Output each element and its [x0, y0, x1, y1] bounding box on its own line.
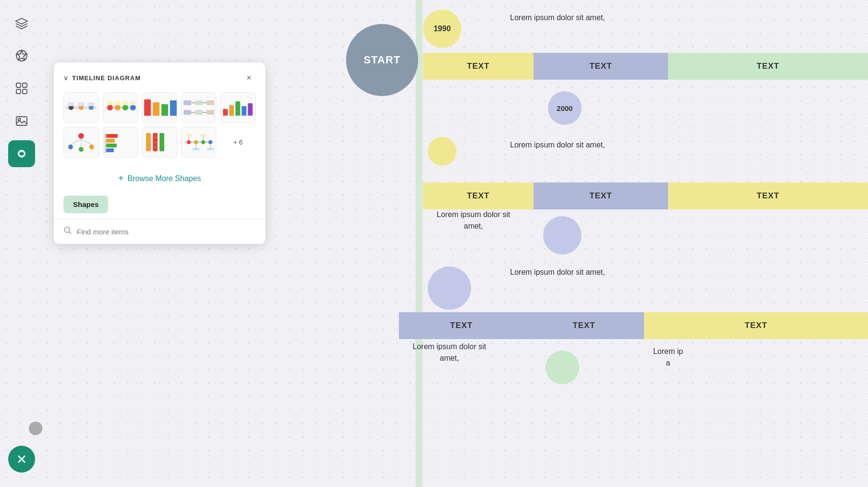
svg-rect-31 [170, 100, 177, 116]
sidebar-star-icon[interactable] [8, 42, 35, 69]
svg-rect-76 [200, 134, 207, 136]
svg-rect-46 [248, 103, 253, 116]
close-icon: × [247, 73, 252, 83]
shape-item-7[interactable] [103, 127, 138, 158]
svg-point-20 [107, 105, 113, 110]
vertical-bar [416, 0, 422, 487]
svg-rect-6 [16, 117, 27, 125]
panel-title-row: ∨ TIMELINE DIAGRAM [63, 74, 141, 82]
svg-rect-37 [207, 110, 214, 115]
svg-line-54 [81, 139, 92, 145]
svg-rect-18 [88, 102, 95, 106]
sidebar [0, 0, 43, 487]
text-cell-yellow-2: TEXT [423, 183, 533, 209]
shape-item-3[interactable] [142, 92, 177, 123]
shapes-button[interactable]: Shapes [63, 195, 108, 213]
svg-point-21 [114, 105, 120, 110]
lorem-text-5: Lorem ipsum dolor sit amet, [404, 341, 495, 364]
svg-rect-33 [184, 110, 191, 115]
shape-item-4[interactable] [181, 92, 217, 123]
svg-rect-25 [114, 101, 120, 105]
shape-item-1[interactable] [63, 92, 99, 123]
svg-point-51 [89, 145, 94, 149]
text-cell-green-1: TEXT [668, 53, 868, 80]
shape-item-2[interactable] [103, 92, 138, 123]
circle-blue-3 [543, 216, 582, 255]
svg-point-1 [16, 50, 27, 61]
svg-rect-28 [144, 99, 151, 116]
svg-point-50 [79, 147, 84, 152]
svg-point-48 [78, 133, 84, 139]
more-shapes-button[interactable]: + 6 [220, 127, 256, 158]
lorem-text-2: Lorem ipsum dolor sit amet, [509, 139, 606, 151]
circle-green-bottom [546, 351, 579, 384]
svg-rect-30 [161, 104, 168, 116]
start-circle: START [346, 24, 418, 96]
more-count-label: + 6 [233, 138, 243, 146]
sidebar-grid-icon[interactable] [8, 75, 35, 102]
find-items-input[interactable] [77, 228, 256, 236]
svg-rect-29 [153, 102, 160, 116]
panel-close-button[interactable]: × [242, 71, 256, 85]
svg-point-23 [130, 105, 136, 110]
svg-marker-0 [16, 18, 27, 24]
svg-point-49 [68, 145, 73, 149]
shape-item-8[interactable] [142, 127, 177, 158]
panel-header: ∨ TIMELINE DIAGRAM × [54, 62, 265, 90]
circle-yellow-2 [428, 137, 457, 166]
text-cell-blue-3: TEXT [399, 312, 524, 339]
svg-rect-3 [23, 83, 27, 87]
svg-line-80 [69, 232, 72, 234]
svg-rect-45 [242, 106, 247, 116]
lorem-text-6: Lorem ipa [630, 346, 707, 369]
text-cell-blue-4: TEXT [524, 312, 644, 339]
svg-rect-24 [107, 101, 113, 105]
svg-rect-57 [106, 144, 117, 147]
lorem-text-4: Lorem ipsum dolor sit amet, [509, 267, 606, 278]
lorem-text-3: Lorem ipsum dolor sit amet, [428, 209, 519, 232]
shape-item-6[interactable] [63, 127, 99, 158]
text-cell-yellow-4: TEXT [644, 312, 868, 339]
svg-rect-43 [229, 105, 234, 116]
shape-item-9[interactable] [181, 127, 217, 158]
svg-rect-32 [184, 100, 191, 105]
shape-grid: + 6 [54, 90, 265, 165]
svg-rect-78 [207, 148, 213, 150]
svg-rect-35 [195, 110, 203, 115]
svg-point-22 [122, 105, 128, 110]
svg-rect-34 [195, 100, 203, 105]
svg-point-67 [187, 140, 191, 144]
sidebar-image-icon[interactable] [8, 108, 35, 134]
svg-point-68 [194, 140, 198, 144]
browse-more-shapes-button[interactable]: + Browse More Shapes [54, 165, 265, 192]
text-cell-blue-2: TEXT [533, 183, 668, 209]
shape-panel: ∨ TIMELINE DIAGRAM × [54, 62, 265, 244]
circle-blue-4 [428, 267, 471, 310]
svg-rect-55 [106, 134, 118, 138]
search-icon [63, 226, 72, 237]
browse-plus-icon: + [118, 173, 124, 184]
find-items-row [54, 219, 265, 244]
text-row-3: TEXT TEXT TEXT [399, 312, 868, 339]
panel-title: TIMELINE DIAGRAM [72, 74, 141, 82]
svg-rect-5 [23, 89, 27, 94]
svg-rect-36 [207, 100, 214, 105]
close-panel-button[interactable] [8, 446, 35, 473]
svg-line-52 [71, 139, 81, 145]
svg-rect-62 [160, 133, 164, 151]
svg-rect-42 [223, 109, 228, 116]
shape-item-5[interactable] [220, 92, 256, 123]
text-cell-yellow-1: TEXT [423, 53, 533, 80]
svg-point-79 [64, 227, 70, 232]
svg-rect-2 [16, 83, 21, 87]
svg-point-69 [201, 140, 205, 144]
sidebar-layers-icon[interactable] [8, 10, 35, 37]
svg-rect-27 [130, 101, 136, 105]
text-cell-yellow-3: TEXT [668, 183, 868, 209]
svg-rect-58 [106, 148, 114, 152]
svg-rect-77 [193, 148, 199, 150]
sidebar-handle[interactable] [29, 422, 42, 435]
sidebar-shapes-icon[interactable] [8, 140, 35, 167]
svg-point-70 [208, 140, 212, 144]
svg-rect-26 [122, 101, 128, 105]
